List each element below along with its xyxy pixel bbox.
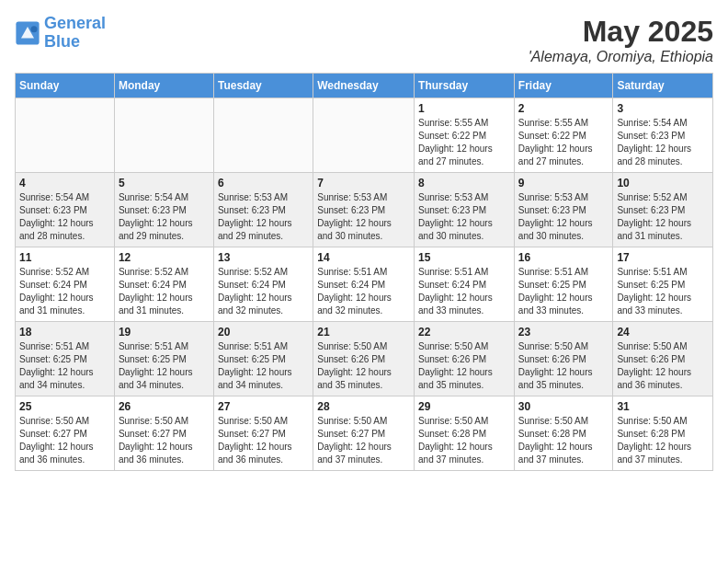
day-info: Sunrise: 5:50 AM Sunset: 6:26 PM Dayligh…	[418, 340, 510, 392]
day-number: 24	[617, 326, 709, 339]
day-info: Sunrise: 5:53 AM Sunset: 6:23 PM Dayligh…	[518, 191, 609, 243]
calendar-cell: 25Sunrise: 5:50 AM Sunset: 6:27 PM Dayli…	[16, 396, 115, 471]
day-info: Sunrise: 5:50 AM Sunset: 6:26 PM Dayligh…	[518, 340, 609, 392]
calendar-cell: 30Sunrise: 5:50 AM Sunset: 6:28 PM Dayli…	[514, 396, 613, 471]
day-number: 23	[518, 326, 609, 339]
location: 'Alemaya, Oromiya, Ethiopia	[529, 49, 713, 65]
day-number: 5	[119, 177, 210, 190]
calendar-cell: 28Sunrise: 5:50 AM Sunset: 6:27 PM Dayli…	[313, 396, 415, 471]
col-header-monday: Monday	[114, 74, 213, 98]
calendar-cell: 8Sunrise: 5:53 AM Sunset: 6:23 PM Daylig…	[415, 173, 515, 247]
logo: General Blue	[15, 15, 106, 52]
month-year: May 2025	[529, 15, 713, 49]
day-number: 1	[418, 102, 510, 115]
calendar-cell: 31Sunrise: 5:50 AM Sunset: 6:28 PM Dayli…	[613, 396, 713, 471]
day-number: 25	[19, 400, 110, 413]
calendar-cell: 22Sunrise: 5:50 AM Sunset: 6:26 PM Dayli…	[415, 322, 515, 396]
day-number: 2	[518, 102, 609, 115]
day-number: 26	[119, 400, 210, 413]
day-number: 21	[317, 326, 410, 339]
day-info: Sunrise: 5:51 AM Sunset: 6:25 PM Dayligh…	[119, 340, 210, 392]
day-info: Sunrise: 5:52 AM Sunset: 6:24 PM Dayligh…	[218, 266, 309, 317]
day-number: 16	[518, 251, 609, 264]
calendar-cell: 18Sunrise: 5:51 AM Sunset: 6:25 PM Dayli…	[16, 322, 115, 396]
day-info: Sunrise: 5:50 AM Sunset: 6:28 PM Dayligh…	[418, 415, 510, 466]
calendar-cell: 23Sunrise: 5:50 AM Sunset: 6:26 PM Dayli…	[514, 322, 613, 396]
calendar-cell: 24Sunrise: 5:50 AM Sunset: 6:26 PM Dayli…	[613, 322, 713, 396]
day-number: 18	[19, 326, 110, 339]
calendar-cell: 5Sunrise: 5:54 AM Sunset: 6:23 PM Daylig…	[114, 173, 213, 247]
day-number: 17	[617, 251, 709, 264]
day-info: Sunrise: 5:54 AM Sunset: 6:23 PM Dayligh…	[617, 117, 709, 168]
col-header-tuesday: Tuesday	[213, 74, 313, 98]
calendar-cell	[213, 98, 313, 173]
day-info: Sunrise: 5:52 AM Sunset: 6:24 PM Dayligh…	[19, 266, 110, 317]
day-number: 30	[518, 400, 609, 413]
calendar-cell: 13Sunrise: 5:52 AM Sunset: 6:24 PM Dayli…	[213, 247, 313, 322]
day-info: Sunrise: 5:52 AM Sunset: 6:23 PM Dayligh…	[617, 191, 709, 243]
col-header-saturday: Saturday	[613, 74, 713, 98]
calendar-cell: 20Sunrise: 5:51 AM Sunset: 6:25 PM Dayli…	[213, 322, 313, 396]
day-info: Sunrise: 5:53 AM Sunset: 6:23 PM Dayligh…	[317, 191, 410, 243]
day-number: 19	[119, 326, 210, 339]
calendar-cell	[313, 98, 415, 173]
day-number: 6	[218, 177, 309, 190]
col-header-thursday: Thursday	[415, 74, 515, 98]
logo-text: General Blue	[44, 15, 106, 52]
day-number: 15	[418, 251, 510, 264]
day-number: 12	[119, 251, 210, 264]
day-number: 22	[418, 326, 510, 339]
calendar-cell: 12Sunrise: 5:52 AM Sunset: 6:24 PM Dayli…	[114, 247, 213, 322]
calendar-cell: 21Sunrise: 5:50 AM Sunset: 6:26 PM Dayli…	[313, 322, 415, 396]
day-info: Sunrise: 5:50 AM Sunset: 6:28 PM Dayligh…	[617, 415, 709, 466]
calendar-cell: 27Sunrise: 5:50 AM Sunset: 6:27 PM Dayli…	[213, 396, 313, 471]
day-info: Sunrise: 5:51 AM Sunset: 6:24 PM Dayligh…	[317, 266, 410, 317]
col-header-sunday: Sunday	[16, 74, 115, 98]
day-info: Sunrise: 5:55 AM Sunset: 6:22 PM Dayligh…	[418, 117, 510, 168]
day-number: 14	[317, 251, 410, 264]
calendar-cell	[16, 98, 115, 173]
col-header-friday: Friday	[514, 74, 613, 98]
day-number: 10	[617, 177, 709, 190]
day-number: 31	[617, 400, 709, 413]
day-info: Sunrise: 5:54 AM Sunset: 6:23 PM Dayligh…	[19, 191, 110, 243]
calendar-cell: 1Sunrise: 5:55 AM Sunset: 6:22 PM Daylig…	[415, 98, 515, 173]
calendar-cell	[114, 98, 213, 173]
calendar-cell: 14Sunrise: 5:51 AM Sunset: 6:24 PM Dayli…	[313, 247, 415, 322]
day-info: Sunrise: 5:50 AM Sunset: 6:28 PM Dayligh…	[518, 415, 609, 466]
calendar-week-row: 25Sunrise: 5:50 AM Sunset: 6:27 PM Dayli…	[16, 396, 713, 471]
day-info: Sunrise: 5:55 AM Sunset: 6:22 PM Dayligh…	[518, 117, 609, 168]
svg-point-2	[31, 26, 38, 32]
day-info: Sunrise: 5:51 AM Sunset: 6:25 PM Dayligh…	[518, 266, 609, 317]
day-number: 29	[418, 400, 510, 413]
page-header: General Blue May 2025 'Alemaya, Oromiya,…	[15, 15, 713, 65]
day-info: Sunrise: 5:52 AM Sunset: 6:24 PM Dayligh…	[119, 266, 210, 317]
day-info: Sunrise: 5:50 AM Sunset: 6:26 PM Dayligh…	[317, 340, 410, 392]
day-number: 9	[518, 177, 609, 190]
day-info: Sunrise: 5:53 AM Sunset: 6:23 PM Dayligh…	[218, 191, 309, 243]
calendar-week-row: 11Sunrise: 5:52 AM Sunset: 6:24 PM Dayli…	[16, 247, 713, 322]
calendar-cell: 2Sunrise: 5:55 AM Sunset: 6:22 PM Daylig…	[514, 98, 613, 173]
day-info: Sunrise: 5:51 AM Sunset: 6:25 PM Dayligh…	[617, 266, 709, 317]
day-info: Sunrise: 5:50 AM Sunset: 6:27 PM Dayligh…	[218, 415, 309, 466]
day-info: Sunrise: 5:51 AM Sunset: 6:25 PM Dayligh…	[19, 340, 110, 392]
calendar-cell: 4Sunrise: 5:54 AM Sunset: 6:23 PM Daylig…	[16, 173, 115, 247]
day-number: 27	[218, 400, 309, 413]
day-info: Sunrise: 5:53 AM Sunset: 6:23 PM Dayligh…	[418, 191, 510, 243]
day-info: Sunrise: 5:50 AM Sunset: 6:27 PM Dayligh…	[19, 415, 110, 466]
calendar-header-row: SundayMondayTuesdayWednesdayThursdayFrid…	[16, 74, 713, 98]
calendar-cell: 26Sunrise: 5:50 AM Sunset: 6:27 PM Dayli…	[114, 396, 213, 471]
calendar-week-row: 1Sunrise: 5:55 AM Sunset: 6:22 PM Daylig…	[16, 98, 713, 173]
title-block: May 2025 'Alemaya, Oromiya, Ethiopia	[529, 15, 713, 65]
logo-line1: General	[44, 14, 106, 32]
day-number: 3	[617, 102, 709, 115]
day-info: Sunrise: 5:50 AM Sunset: 6:26 PM Dayligh…	[617, 340, 709, 392]
calendar-week-row: 4Sunrise: 5:54 AM Sunset: 6:23 PM Daylig…	[16, 173, 713, 247]
col-header-wednesday: Wednesday	[313, 74, 415, 98]
calendar-cell: 15Sunrise: 5:51 AM Sunset: 6:24 PM Dayli…	[415, 247, 515, 322]
day-number: 13	[218, 251, 309, 264]
calendar-week-row: 18Sunrise: 5:51 AM Sunset: 6:25 PM Dayli…	[16, 322, 713, 396]
day-info: Sunrise: 5:50 AM Sunset: 6:27 PM Dayligh…	[119, 415, 210, 466]
day-number: 11	[19, 251, 110, 264]
calendar-cell: 10Sunrise: 5:52 AM Sunset: 6:23 PM Dayli…	[613, 173, 713, 247]
